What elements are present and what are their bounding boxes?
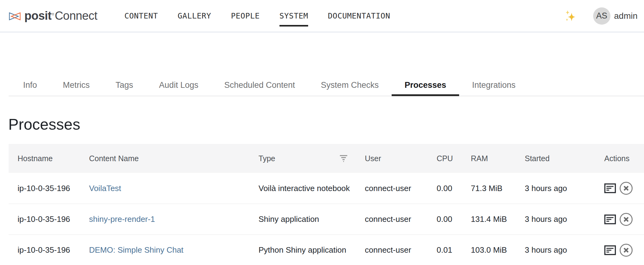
column-header-started: Started xyxy=(525,154,604,163)
cell-type: Voilà interactive notebook xyxy=(259,184,365,193)
cell-started: 3 hours ago xyxy=(525,214,604,224)
top-right-controls: AS admin xyxy=(565,7,638,25)
cell-hostname: ip-10-0-35-196 xyxy=(18,245,89,255)
kill-process-icon xyxy=(619,243,633,257)
cell-hostname: ip-10-0-35-196 xyxy=(18,184,89,193)
column-header-type: Type xyxy=(259,154,365,163)
content-name-link[interactable]: shiny-pre-render-1 xyxy=(89,214,155,224)
content-name-link[interactable]: DEMO: Simple Shiny Chat xyxy=(89,245,183,255)
filter-icon[interactable] xyxy=(339,154,348,162)
kill-process-button[interactable] xyxy=(619,181,633,195)
tab-scheduled-content[interactable]: Scheduled Content xyxy=(211,74,308,96)
process-log-icon xyxy=(604,183,616,193)
column-label-type: Type xyxy=(259,154,275,163)
kill-process-button[interactable] xyxy=(619,212,633,226)
column-label-content-name: Content Name xyxy=(89,154,139,163)
logo-product-name: posit xyxy=(24,9,51,22)
posit-connect-logo[interactable]: posit®Connect xyxy=(8,9,97,23)
avatar-initials: AS xyxy=(596,11,607,21)
cell-ram: 131.4 MiB xyxy=(471,214,525,224)
kill-process-icon xyxy=(619,181,633,195)
process-log-button[interactable] xyxy=(604,245,616,255)
tab-integrations[interactable]: Integrations xyxy=(459,74,528,96)
tab-metrics[interactable]: Metrics xyxy=(50,74,103,96)
username[interactable]: admin xyxy=(614,11,638,21)
avatar[interactable]: AS xyxy=(593,7,610,25)
cell-actions xyxy=(604,212,644,226)
tab-processes[interactable]: Processes xyxy=(392,74,459,96)
column-header-user: User xyxy=(365,154,437,163)
main-nav: CONTENTGALLERYPEOPLESYSTEMDOCUMENTATION xyxy=(124,12,390,20)
process-table: HostnameContent NameType UserCPURAMStart… xyxy=(9,144,644,265)
column-header-content-name: Content Name xyxy=(89,154,259,163)
column-label-cpu: CPU xyxy=(437,154,453,163)
cell-started: 3 hours ago xyxy=(525,184,604,193)
cell-content-name: DEMO: Simple Shiny Chat xyxy=(89,245,259,255)
sparkles-icon[interactable] xyxy=(565,10,576,22)
column-label-started: Started xyxy=(525,154,550,163)
table-body: ip-10-0-35-196 VoilaTest Voilà interacti… xyxy=(9,173,644,265)
cell-actions xyxy=(604,243,644,257)
logo-suffix: Connect xyxy=(55,9,97,22)
column-label-user: User xyxy=(365,154,381,163)
nav-item-gallery[interactable]: GALLERY xyxy=(178,12,211,20)
cell-hostname: ip-10-0-35-196 xyxy=(18,214,89,224)
tab-list: InfoMetricsTagsAudit LogsScheduled Conte… xyxy=(9,74,644,96)
kill-process-icon xyxy=(619,212,633,226)
system-tab-bar: InfoMetricsTagsAudit LogsScheduled Conte… xyxy=(9,74,644,96)
process-log-icon xyxy=(604,214,616,224)
kill-process-button[interactable] xyxy=(619,243,633,257)
table-header: HostnameContent NameType UserCPURAMStart… xyxy=(9,144,644,173)
process-log-button[interactable] xyxy=(604,214,616,224)
page-title: Processes xyxy=(8,115,644,134)
cell-cpu: 0.00 xyxy=(437,184,471,193)
column-header-ram: RAM xyxy=(471,154,525,163)
cell-type: Python Shiny application xyxy=(259,245,365,255)
top-bar: posit®Connect CONTENTGALLERYPEOPLESYSTEM… xyxy=(0,0,644,32)
table-row: ip-10-0-35-196 VoilaTest Voilà interacti… xyxy=(9,173,644,204)
process-log-icon xyxy=(604,245,616,255)
cell-actions xyxy=(604,181,644,195)
cell-user: connect-user xyxy=(365,245,437,255)
cell-content-name: shiny-pre-render-1 xyxy=(89,214,259,224)
tab-audit-logs[interactable]: Audit Logs xyxy=(146,74,211,96)
cell-ram: 71.3 MiB xyxy=(471,184,525,193)
cell-content-name: VoilaTest xyxy=(89,184,259,193)
column-header-cpu: CPU xyxy=(437,154,471,163)
cell-started: 3 hours ago xyxy=(525,245,604,255)
table-row: ip-10-0-35-196 DEMO: Simple Shiny Chat P… xyxy=(9,234,644,265)
registered-mark: ® xyxy=(52,13,54,16)
table-row: ip-10-0-35-196 shiny-pre-render-1 Shiny … xyxy=(9,204,644,234)
tab-info[interactable]: Info xyxy=(10,74,50,96)
logo-wordmark: posit®Connect xyxy=(24,9,97,22)
nav-item-people[interactable]: PEOPLE xyxy=(231,12,259,20)
column-label-ram: RAM xyxy=(471,154,488,163)
nav-item-system[interactable]: SYSTEM xyxy=(279,12,308,20)
cell-type: Shiny application xyxy=(259,214,365,224)
tab-system-checks[interactable]: System Checks xyxy=(308,74,392,96)
nav-item-documentation[interactable]: DOCUMENTATION xyxy=(328,12,390,20)
content-name-link[interactable]: VoilaTest xyxy=(89,184,121,193)
column-header-hostname: Hostname xyxy=(18,154,89,163)
cell-user: connect-user xyxy=(365,214,437,224)
tab-tags[interactable]: Tags xyxy=(103,74,146,96)
cell-user: connect-user xyxy=(365,184,437,193)
cell-cpu: 0.01 xyxy=(437,245,471,255)
cell-cpu: 0.00 xyxy=(437,214,471,224)
posit-logo-icon xyxy=(8,10,21,23)
nav-item-content[interactable]: CONTENT xyxy=(124,12,158,20)
column-label-hostname: Hostname xyxy=(18,154,53,163)
process-log-button[interactable] xyxy=(604,183,616,193)
cell-ram: 103.0 MiB xyxy=(471,245,525,255)
column-label-actions: Actions xyxy=(604,154,630,163)
column-header-actions: Actions xyxy=(604,154,644,163)
